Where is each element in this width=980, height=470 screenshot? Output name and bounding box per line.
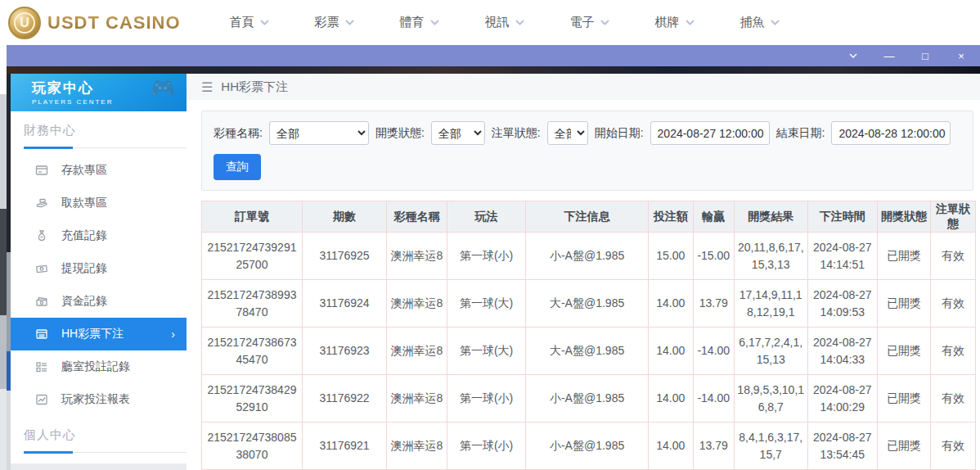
order-status-label: 注單狀態: [492, 126, 541, 141]
table-cell: 澳洲幸运8 [387, 280, 447, 328]
table-header-cell: 下注信息 [526, 201, 648, 233]
sidebar-item-fund-records[interactable]: 資金記錄 [11, 285, 187, 318]
bets-table: 訂單號期數彩種名稱玩法下注信息投注額輸贏開獎結果下注時間開獎狀態注單狀態 215… [201, 201, 976, 470]
table-header-cell: 注單狀態 [931, 201, 976, 233]
sidebar-bottom-filler [11, 454, 187, 470]
chevron-down-icon [600, 20, 609, 25]
nav-item-lottery[interactable]: 彩票 [315, 15, 354, 30]
table-header-cell: 下注時間 [807, 201, 877, 233]
table-cell: 澳洲幸运8 [387, 328, 447, 375]
table-header-cell: 彩種名稱 [387, 201, 447, 233]
bet-list-icon [35, 328, 48, 341]
table-header-cell: 期數 [302, 201, 386, 233]
page-title: HH彩票下注 [221, 79, 288, 95]
table-cell: 14.00 [648, 423, 693, 470]
window-collapse-icon[interactable] [847, 50, 859, 61]
section-finance: 財務中心 [11, 111, 187, 149]
table-row: 215217247389937847031176924澳洲幸运8第一球(大)大-… [202, 280, 976, 328]
table-row: 215217247380853807031176921澳洲幸运8第一球(小)小-… [202, 423, 976, 470]
breadcrumb: ☰ HH彩票下注 [187, 74, 980, 100]
nav-item-cards[interactable]: 棋牌 [655, 15, 695, 30]
order-status-select[interactable]: 全部 [547, 121, 588, 145]
table-cell: 有效 [931, 375, 976, 423]
chevron-down-icon [345, 20, 354, 25]
table-cell: 已開獎 [877, 375, 930, 423]
logo-text: USDT CASINO [47, 12, 181, 34]
sidebar-item-recharge-records[interactable]: 充值記錄 [11, 219, 187, 252]
top-nav: 首頁 彩票 體育 視訊 電子 棋牌 捕魚 [230, 15, 780, 30]
table-cell: 小-A盤@1.985 [526, 233, 648, 280]
nav-item-sports[interactable]: 體育 [400, 15, 439, 30]
table-cell: 2024-08-27 14:04:33 [807, 328, 877, 375]
table-header-cell: 玩法 [447, 201, 525, 233]
players-center-header: 玩家中心 PLAYERS CENTER 🎮 [11, 74, 187, 111]
hand-money-icon [35, 197, 48, 210]
sidebar-item-hh-lottery-bets[interactable]: HH彩票下注 › [11, 318, 187, 350]
table-cell: 2152172473842952910 [202, 375, 303, 423]
list-check-icon [35, 360, 48, 373]
app-window: — □ × 玩家中心 PLAYERS CENTER 🎮 財務中心 存款專區 [7, 45, 980, 470]
table-header-cell: 開獎狀態 [877, 201, 930, 233]
window-close-icon[interactable]: × [955, 50, 967, 61]
table-cell: 澳洲幸运8 [387, 375, 447, 423]
table-cell: 澳洲幸运8 [387, 423, 447, 470]
section-underline [24, 451, 187, 454]
table-cell: 小-A盤@1.985 [526, 375, 648, 423]
sidebar-item-deposit[interactable]: 存款專區 [11, 154, 187, 187]
sidebar-item-room-bet-records[interactable]: 廳室投註記錄 [11, 350, 187, 383]
lottery-name-select[interactable]: 全部 [269, 121, 369, 145]
section-finance-label: 財務中心 [24, 123, 187, 138]
coin-logo-icon: U [8, 7, 41, 39]
table-cell: 已開獎 [877, 423, 930, 470]
end-date-input[interactable] [831, 121, 951, 145]
chevron-down-icon [686, 20, 695, 25]
sidebar-item-player-bet-report[interactable]: 玩家投注報表 [11, 383, 187, 416]
sidebar-item-withdraw-records[interactable]: 提現記錄 [11, 252, 187, 285]
table-cell: 31176925 [302, 233, 386, 280]
end-date-label: 結束日期: [776, 126, 825, 141]
query-button[interactable]: 查詢 [214, 154, 261, 180]
table-cell: 31176923 [302, 328, 386, 375]
lottery-name-label: 彩種名稱: [214, 126, 263, 141]
table-cell: 31176922 [302, 375, 386, 423]
table-cell: 第一球(大) [447, 328, 525, 375]
table-cell: 2024-08-27 13:54:45 [807, 423, 877, 470]
nav-item-fishing[interactable]: 捕魚 [740, 15, 780, 30]
nav-item-home[interactable]: 首頁 [230, 15, 269, 30]
table-cell: 已開獎 [877, 280, 930, 328]
table-cell: 18,9,5,3,10,16,8,7 [734, 375, 807, 423]
table-cell: 有效 [931, 280, 976, 328]
section-underline [24, 147, 187, 149]
section-personal: 個人中心 [11, 416, 187, 454]
site-header: U USDT CASINO 首頁 彩票 體育 視訊 電子 棋牌 捕魚 [0, 0, 980, 45]
cash-stack-icon [35, 295, 48, 308]
table-cell: 有效 [931, 423, 976, 470]
gamepad-icon: 🎮 [151, 77, 175, 100]
table-cell: 第一球(大) [447, 280, 525, 328]
table-cell: 大-A盤@1.985 [526, 280, 648, 328]
window-maximize-icon[interactable]: □ [919, 50, 931, 61]
table-cell: 小-A盤@1.985 [526, 423, 648, 470]
table-cell: 已開獎 [877, 328, 930, 375]
start-date-input[interactable] [650, 121, 770, 145]
table-cell: 31176924 [302, 280, 386, 328]
nav-item-slots[interactable]: 電子 [570, 15, 609, 30]
draw-status-select[interactable]: 全部 [431, 121, 485, 145]
table-cell: 17,14,9,11,18,12,19,1 [734, 280, 807, 328]
main-content: ☰ HH彩票下注 彩種名稱: 全部 開獎狀態: 全部 注單狀態: [187, 74, 980, 470]
table-cell: -14.00 [693, 375, 734, 423]
table-cell: 第一球(小) [447, 375, 525, 423]
table-cell: 13.79 [693, 423, 734, 470]
window-minimize-icon[interactable]: — [883, 50, 895, 61]
table-cell: 14.00 [648, 280, 693, 328]
table-cell: 有效 [931, 328, 976, 375]
sidebar-item-withdraw[interactable]: 取款專區 [11, 187, 187, 219]
table-body: 215217247392912570031176925澳洲幸运8第一球(小)小-… [202, 233, 976, 470]
window-titlebar[interactable]: — □ × [7, 45, 980, 66]
table-cell: 2152172473929125700 [202, 233, 303, 280]
table-cell: -14.00 [693, 328, 734, 375]
hamburger-icon[interactable]: ☰ [201, 79, 213, 95]
site-logo[interactable]: U USDT CASINO [8, 7, 181, 39]
chevron-right-icon: › [171, 328, 175, 341]
nav-item-video[interactable]: 視訊 [485, 15, 524, 30]
